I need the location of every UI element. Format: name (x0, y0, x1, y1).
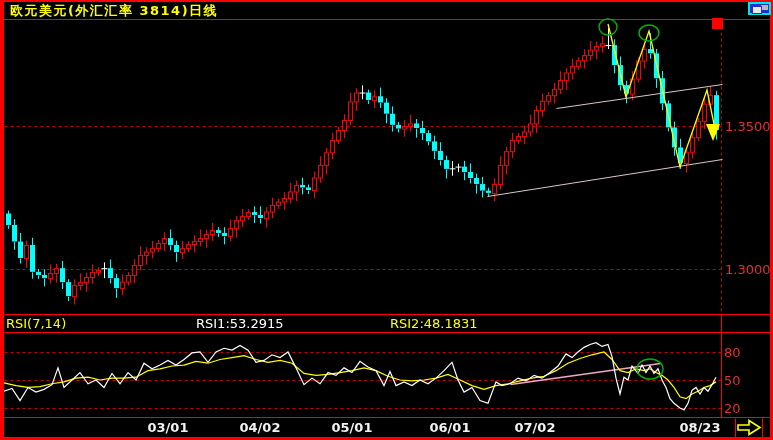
restore-window-icon-back-square (761, 5, 768, 10)
rsi-level-label-20: 20 (724, 401, 741, 416)
restore-window-icon-front-square (752, 6, 762, 14)
x-axis-date-label: 03/01 (148, 420, 189, 435)
restore-window-icon[interactable] (748, 2, 771, 15)
chart-window: 欧元美元(外汇汇率 3814)日线 1.3500 1.3000 RSI(7,14… (0, 0, 773, 440)
next-page-arrow-icon[interactable] (736, 419, 762, 436)
x-axis-date-label: 07/02 (515, 420, 556, 435)
rsi-level-label-50: 50 (724, 373, 741, 388)
price-axis-label-13000: 1.3000 (725, 262, 771, 277)
x-axis-date-label: 08/23 (680, 420, 721, 435)
x-axis-date-label: 06/01 (430, 420, 471, 435)
price-axis-label-13500: 1.3500 (725, 119, 771, 134)
rsi-level-label-80: 80 (724, 345, 741, 360)
x-axis-date-label: 05/01 (332, 420, 373, 435)
x-axis-date-label: 04/02 (240, 420, 281, 435)
chart-canvas[interactable] (0, 0, 773, 440)
rsi-param-label: RSI(7,14) (6, 316, 66, 331)
rsi2-value-label: RSI2:48.1831 (390, 316, 478, 331)
rsi1-value-label: RSI1:53.2915 (196, 316, 284, 331)
page-title: 欧元美元(外汇汇率 3814)日线 (10, 2, 218, 20)
